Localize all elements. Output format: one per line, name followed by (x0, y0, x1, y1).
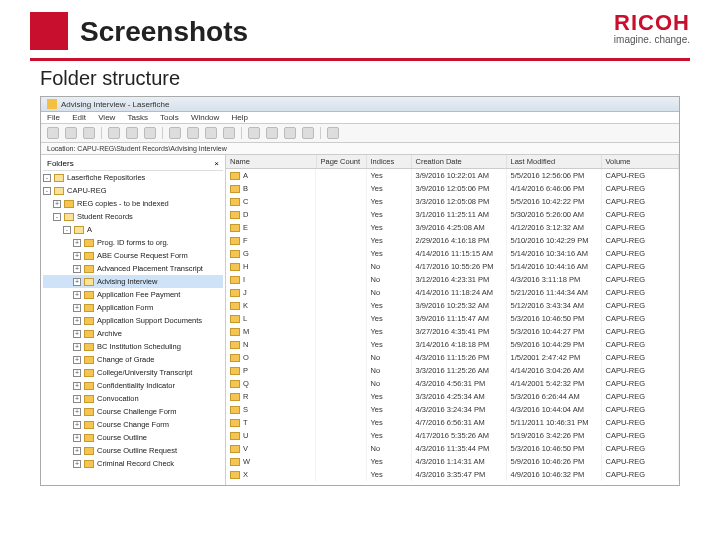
menu-view[interactable]: View (98, 113, 115, 122)
expand-icon[interactable]: + (73, 395, 81, 403)
tree-item[interactable]: +Confidentiality Indicator (43, 379, 223, 392)
menu-tasks[interactable]: Tasks (127, 113, 147, 122)
collapse-icon[interactable]: - (53, 213, 61, 221)
col-indices[interactable]: Indices (366, 155, 411, 169)
table-row[interactable]: CYes3/3/2016 12:05:08 PM5/5/2016 10:42:2… (226, 195, 679, 208)
tree-item[interactable]: -CAPU-REG (43, 184, 223, 197)
table-row[interactable]: AYes3/9/2016 10:22:01 AM5/5/2016 12:56:0… (226, 169, 679, 183)
table-row[interactable]: NYes3/14/2016 4:18:18 PM5/9/2016 10:44:2… (226, 338, 679, 351)
toolbar-help-icon[interactable] (327, 127, 339, 139)
expand-icon[interactable]: + (73, 239, 81, 247)
toolbar-open-icon[interactable] (47, 127, 59, 139)
toolbar-edit-icon[interactable] (187, 127, 199, 139)
table-row[interactable]: TYes4/7/2016 6:56:31 AM5/11/2011 10:46:3… (226, 416, 679, 429)
collapse-icon[interactable]: - (43, 187, 51, 195)
table-row[interactable]: MYes3/27/2016 4:35:41 PM5/3/2016 10:44:2… (226, 325, 679, 338)
table-row[interactable]: JNo4/14/2016 11:18:24 AM5/21/2016 11:44:… (226, 286, 679, 299)
tree-item[interactable]: +Application Form (43, 301, 223, 314)
table-row[interactable]: WYes4/3/2016 1:14:31 AM5/9/2016 10:46:26… (226, 455, 679, 468)
tree-item[interactable]: +Course Outline (43, 431, 223, 444)
tree-item[interactable]: +Application Fee Payment (43, 288, 223, 301)
tree-item[interactable]: +ABE Course Request Form (43, 249, 223, 262)
menu-file[interactable]: File (47, 113, 60, 122)
table-row[interactable]: KYes3/9/2016 10:25:32 AM5/12/2016 3:43:3… (226, 299, 679, 312)
toolbar-grid-icon[interactable] (302, 127, 314, 139)
tree-item[interactable]: +Convocation (43, 392, 223, 405)
toolbar-panel-icon[interactable] (284, 127, 296, 139)
table-row[interactable]: QNo4/3/2016 4:56:31 PM4/14/2001 5:42:32 … (226, 377, 679, 390)
toolbar-download-icon[interactable] (223, 127, 235, 139)
table-row[interactable]: RYes3/3/2016 4:25:34 AM5/3/2016 6:26:44 … (226, 390, 679, 403)
toolbar-print-icon[interactable] (169, 127, 181, 139)
menu-edit[interactable]: Edit (72, 113, 86, 122)
expand-icon[interactable]: + (53, 200, 61, 208)
expand-icon[interactable]: + (73, 460, 81, 468)
tree-item[interactable]: +Course Challenge Form (43, 405, 223, 418)
table-row[interactable]: SYes4/3/2016 3:24:34 PM4/3/2016 10:44:04… (226, 403, 679, 416)
tree-item[interactable]: +Criminal Record Check (43, 457, 223, 470)
toolbar-refresh-icon[interactable] (83, 127, 95, 139)
collapse-icon[interactable]: - (43, 174, 51, 182)
toolbar-attach-icon[interactable] (248, 127, 260, 139)
expand-icon[interactable]: + (73, 252, 81, 260)
tree-item[interactable]: +Advanced Placement Transcript (43, 262, 223, 275)
breadcrumb[interactable]: Location: CAPU-REG\Student Records\Advis… (41, 143, 679, 155)
table-row[interactable]: GYes4/14/2016 11:15:15 AM5/14/2016 10:34… (226, 247, 679, 260)
tree-item[interactable]: +Prog. ID forms to org. (43, 236, 223, 249)
expand-icon[interactable]: + (73, 317, 81, 325)
window-titlebar[interactable]: Advising Interview - Laserfiche (41, 97, 679, 112)
menu-window[interactable]: Window (191, 113, 219, 122)
col-modified[interactable]: Last Modified (506, 155, 601, 169)
expand-icon[interactable]: + (73, 278, 81, 286)
toolbar-list-icon[interactable] (266, 127, 278, 139)
toolbar-camera-icon[interactable] (205, 127, 217, 139)
table-row[interactable]: XYes4/3/2016 3:35:47 PM4/9/2016 10:46:32… (226, 468, 679, 481)
tree-item[interactable]: -Laserfiche Repositories (43, 171, 223, 184)
col-volume[interactable]: Volume (601, 155, 679, 169)
col-name[interactable]: Name (226, 155, 316, 169)
col-pagecount[interactable]: Page Count (316, 155, 366, 169)
table-row[interactable]: INo3/12/2016 4:23:31 PM4/3/2016 3:11:18 … (226, 273, 679, 286)
tree-item[interactable]: -Student Records (43, 210, 223, 223)
close-icon[interactable]: × (214, 159, 219, 168)
tree-item[interactable]: +Archive (43, 327, 223, 340)
tree-item[interactable]: +Application Support Documents (43, 314, 223, 327)
expand-icon[interactable]: + (73, 304, 81, 312)
table-row[interactable]: DYes3/1/2016 11:25:11 AM5/30/2016 5:26:0… (226, 208, 679, 221)
collapse-icon[interactable]: - (63, 226, 71, 234)
menu-tools[interactable]: Tools (160, 113, 179, 122)
menu-help[interactable]: Help (232, 113, 248, 122)
expand-icon[interactable]: + (73, 447, 81, 455)
toolbar-new-icon[interactable] (108, 127, 120, 139)
expand-icon[interactable]: + (73, 421, 81, 429)
table-row[interactable]: HNo4/17/2016 10:55:26 PM5/14/2016 10:44:… (226, 260, 679, 273)
tree-item[interactable]: -A (43, 223, 223, 236)
table-row[interactable]: VNo4/3/2016 11:35:44 PM5/3/2016 10:46:50… (226, 442, 679, 455)
table-row[interactable]: PNo3/3/2016 11:25:26 AM4/14/2016 3:04:26… (226, 364, 679, 377)
tree-item[interactable]: +College/University Transcript (43, 366, 223, 379)
tree-item[interactable]: +REG copies - to be indexed (43, 197, 223, 210)
expand-icon[interactable]: + (73, 343, 81, 351)
toolbar-search-icon[interactable] (65, 127, 77, 139)
tree-item[interactable]: +BC Institution Scheduling (43, 340, 223, 353)
toolbar-cut-icon[interactable] (126, 127, 138, 139)
table-row[interactable]: BYes3/9/2016 12:05:06 PM4/14/2016 6:46:0… (226, 182, 679, 195)
expand-icon[interactable]: + (73, 369, 81, 377)
toolbar-copy-icon[interactable] (144, 127, 156, 139)
table-row[interactable]: UYes4/17/2016 5:35:26 AM5/19/2016 3:42:2… (226, 429, 679, 442)
expand-icon[interactable]: + (73, 434, 81, 442)
expand-icon[interactable]: + (73, 356, 81, 364)
table-row[interactable]: EYes3/9/2016 4:25:08 AM4/12/2016 3:12:32… (226, 221, 679, 234)
table-row[interactable]: ONo4/3/2016 11:15:26 PM1/5/2001 2:47:42 … (226, 351, 679, 364)
expand-icon[interactable]: + (73, 408, 81, 416)
col-creation[interactable]: Creation Date (411, 155, 506, 169)
tree-item[interactable]: +Change of Grade (43, 353, 223, 366)
tree-item[interactable]: +Advising Interview (43, 275, 223, 288)
expand-icon[interactable]: + (73, 382, 81, 390)
table-row[interactable]: FYes2/29/2016 4:16:18 PM5/10/2016 10:42:… (226, 234, 679, 247)
tree-item[interactable]: +Course Change Form (43, 418, 223, 431)
expand-icon[interactable]: + (73, 291, 81, 299)
expand-icon[interactable]: + (73, 330, 81, 338)
tree-item[interactable]: +Course Outline Request (43, 444, 223, 457)
expand-icon[interactable]: + (73, 265, 81, 273)
